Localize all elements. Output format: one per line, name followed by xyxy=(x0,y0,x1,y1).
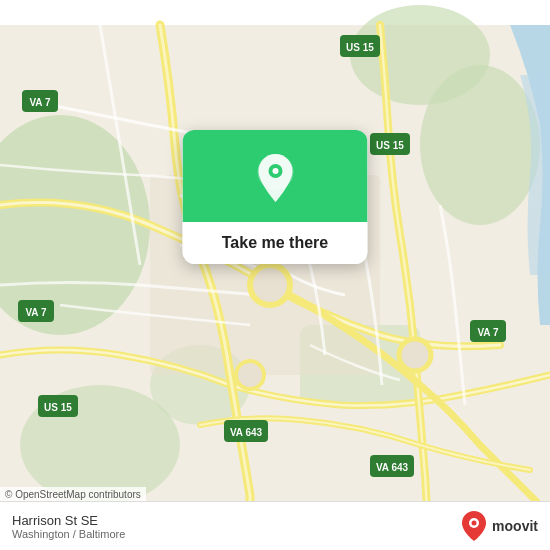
svg-text:US 15: US 15 xyxy=(346,42,374,53)
map-container: VA 7 VA 7 VA 7 US 15 US 15 US 15 VA 643 … xyxy=(0,0,550,550)
svg-point-31 xyxy=(472,521,477,526)
svg-point-29 xyxy=(272,168,278,174)
location-name: Harrison St SE xyxy=(12,513,125,528)
map-attribution: © OpenStreetMap contributors xyxy=(0,487,146,502)
svg-point-10 xyxy=(236,361,264,389)
svg-point-9 xyxy=(399,339,431,371)
svg-text:US 15: US 15 xyxy=(376,140,404,151)
take-me-there-button[interactable]: Take me there xyxy=(183,222,368,264)
bottom-bar: Harrison St SE Washington / Baltimore mo… xyxy=(0,501,550,550)
svg-point-8 xyxy=(250,265,290,305)
svg-text:VA 7: VA 7 xyxy=(477,327,499,338)
svg-text:VA 643: VA 643 xyxy=(376,462,409,473)
svg-text:VA 643: VA 643 xyxy=(230,427,263,438)
location-pin-icon xyxy=(253,152,297,204)
svg-text:US 15: US 15 xyxy=(44,402,72,413)
moovit-pin-icon xyxy=(460,510,488,542)
attribution-text: © OpenStreetMap contributors xyxy=(5,489,141,500)
action-card: Take me there xyxy=(183,130,368,264)
svg-text:VA 7: VA 7 xyxy=(25,307,47,318)
location-region: Washington / Baltimore xyxy=(12,528,125,540)
map-background: VA 7 VA 7 VA 7 US 15 US 15 US 15 VA 643 … xyxy=(0,0,550,550)
card-header xyxy=(183,130,368,222)
moovit-brand-text: moovit xyxy=(492,518,538,534)
moovit-logo: moovit xyxy=(460,510,538,542)
svg-text:VA 7: VA 7 xyxy=(29,97,51,108)
location-info: Harrison St SE Washington / Baltimore xyxy=(12,513,125,540)
